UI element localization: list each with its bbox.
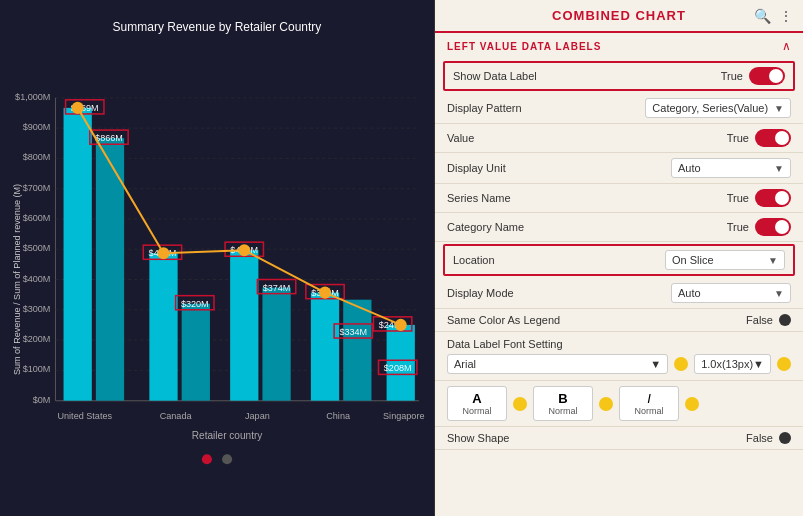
svg-text:$866M: $866M	[95, 133, 123, 143]
bold-color-dot[interactable]	[513, 397, 527, 411]
show-data-label-row: Show Data Label True	[443, 61, 795, 91]
bold-label: Normal	[462, 406, 491, 416]
line-dot-2	[157, 247, 169, 259]
chart-panel: Summary Revenue by Retailer Country Sum …	[0, 0, 435, 516]
dropdown-arrow-unit: ▼	[774, 163, 784, 174]
italic-color-dot[interactable]	[599, 397, 613, 411]
display-mode-value: Auto	[678, 287, 701, 299]
category-name-label: Category Name	[447, 221, 727, 233]
svg-text:Retailer country: Retailer country	[192, 430, 264, 441]
svg-text:$374M: $374M	[263, 283, 291, 293]
svg-text:$1,000M: $1,000M	[15, 92, 50, 102]
display-mode-dropdown[interactable]: Auto ▼	[671, 283, 791, 303]
italic2-char: I	[647, 391, 651, 406]
display-pattern-label: Display Pattern	[447, 102, 645, 114]
value-label: Value	[447, 132, 727, 144]
section-label: LEFT VALUE DATA LABELS	[447, 41, 601, 52]
scroll-dot-left[interactable]	[202, 454, 212, 464]
show-shape-value: False	[746, 432, 773, 444]
bar-cn-planned	[343, 300, 371, 401]
svg-text:$500M: $500M	[23, 243, 51, 253]
italic2-color-dot[interactable]	[685, 397, 699, 411]
bar-us-revenue	[64, 108, 92, 401]
line-dot-4	[319, 287, 331, 299]
bar-ca-revenue	[149, 253, 177, 400]
display-mode-label: Display Mode	[447, 287, 671, 299]
font-row: Arial ▼ 1.0x(13px) ▼	[447, 354, 791, 374]
svg-text:United States: United States	[58, 411, 113, 421]
series-name-row: Series Name True	[435, 184, 803, 213]
svg-text:Sum of Revenue / Sum of Planne: Sum of Revenue / Sum of Planned revenue …	[12, 184, 22, 375]
chart-container: Summary Revenue by Retailer Country Sum …	[0, 10, 434, 506]
value-toggle[interactable]	[755, 129, 791, 147]
dropdown-arrow-font: ▼	[650, 358, 661, 370]
font-family-dropdown[interactable]: Arial ▼	[447, 354, 668, 374]
line-dot-1	[72, 102, 84, 114]
bar-cn-revenue	[311, 293, 339, 401]
value-value: True	[727, 132, 749, 144]
font-color-dot[interactable]	[674, 357, 688, 371]
font-size-color-dot[interactable]	[777, 357, 791, 371]
category-name-value: True	[727, 221, 749, 233]
chart-title: Summary Revenue by Retailer Country	[5, 20, 429, 34]
bar-jp-planned	[262, 288, 290, 401]
svg-text:$320M: $320M	[181, 299, 209, 309]
svg-text:$600M: $600M	[23, 213, 51, 223]
bold-char: A	[472, 391, 481, 406]
location-dropdown[interactable]: On Slice ▼	[665, 250, 785, 270]
value-row: Value True	[435, 124, 803, 153]
svg-text:$100M: $100M	[23, 364, 51, 374]
chevron-up-icon[interactable]: ∧	[782, 39, 791, 53]
show-data-label-toggle[interactable]	[749, 67, 785, 85]
same-color-value: False	[746, 314, 773, 326]
font-size-dropdown[interactable]: 1.0x(13px) ▼	[694, 354, 771, 374]
show-shape-row: Show Shape False	[435, 427, 803, 450]
svg-text:$208M: $208M	[384, 363, 412, 373]
search-icon[interactable]: 🔍	[754, 8, 771, 24]
text-style-row: A Normal B Normal I Normal	[435, 381, 803, 427]
font-setting-section: Data Label Font Setting Arial ▼ 1.0x(13p…	[435, 332, 803, 381]
bold-button[interactable]: A Normal	[447, 386, 507, 421]
category-name-toggle[interactable]	[755, 218, 791, 236]
dropdown-arrow-size: ▼	[753, 358, 764, 370]
show-data-label-value: True	[721, 70, 743, 82]
panel-header-icons: 🔍 ⋮	[754, 8, 793, 24]
settings-panel: COMBINED CHART 🔍 ⋮ LEFT VALUE DATA LABEL…	[435, 0, 803, 516]
display-unit-label: Display Unit	[447, 162, 671, 174]
same-color-dot	[779, 314, 791, 326]
section-header[interactable]: LEFT VALUE DATA LABELS ∧	[435, 33, 803, 59]
panel-title: COMBINED CHART	[447, 8, 791, 23]
italic2-label: Normal	[634, 406, 663, 416]
svg-text:$334M: $334M	[339, 327, 367, 337]
display-pattern-dropdown[interactable]: Category, Series(Value) ▼	[645, 98, 791, 118]
font-size-value: 1.0x(13px)	[701, 358, 753, 370]
same-color-label: Same Color As Legend	[447, 314, 746, 326]
category-name-row: Category Name True	[435, 213, 803, 242]
series-name-value: True	[727, 192, 749, 204]
font-family-value: Arial	[454, 358, 476, 370]
svg-text:$200M: $200M	[23, 334, 51, 344]
italic2-button[interactable]: I Normal	[619, 386, 679, 421]
svg-text:Singapore: Singapore	[383, 411, 424, 421]
svg-text:Canada: Canada	[160, 411, 193, 421]
svg-text:$900M: $900M	[23, 122, 51, 132]
svg-text:China: China	[326, 411, 351, 421]
bar-ca-planned	[182, 304, 210, 401]
display-pattern-value: Category, Series(Value)	[652, 102, 768, 114]
bar-jp-revenue	[230, 250, 258, 400]
dropdown-arrow-mode: ▼	[774, 288, 784, 299]
italic-char: B	[558, 391, 567, 406]
series-name-label: Series Name	[447, 192, 727, 204]
series-name-toggle[interactable]	[755, 189, 791, 207]
font-setting-label: Data Label Font Setting	[447, 338, 791, 350]
display-unit-dropdown[interactable]: Auto ▼	[671, 158, 791, 178]
italic-button[interactable]: B Normal	[533, 386, 593, 421]
show-shape-dot	[779, 432, 791, 444]
line-dot-3	[238, 244, 250, 256]
more-menu-icon[interactable]: ⋮	[779, 8, 793, 24]
dropdown-arrow-location: ▼	[768, 255, 778, 266]
dropdown-arrow-display-pattern: ▼	[774, 103, 784, 114]
bar-chart-svg: Sum of Revenue / Sum of Planned revenue …	[5, 39, 429, 516]
location-value: On Slice	[672, 254, 714, 266]
scroll-dot-right[interactable]	[222, 454, 232, 464]
